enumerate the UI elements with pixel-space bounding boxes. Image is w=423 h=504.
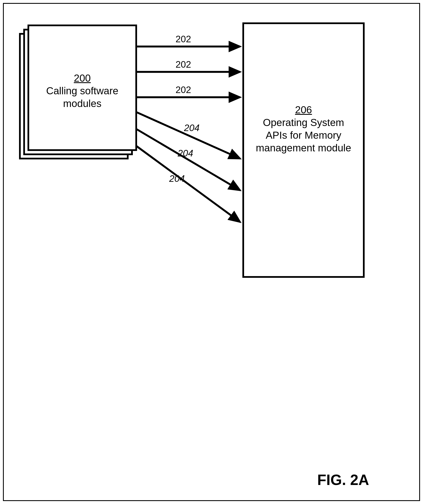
arrow-label-204-3: 204 <box>169 173 185 184</box>
diagram-canvas: 200 Calling software modules 206 Operati… <box>0 0 423 504</box>
right-box-text: 206 Operating System APIs for Memory man… <box>243 104 364 154</box>
arrow-204-2 <box>136 129 240 190</box>
left-box-ref: 200 <box>28 72 136 84</box>
arrow-label-202-3: 202 <box>175 84 191 95</box>
right-box-label-line3: management module <box>243 142 364 154</box>
right-box-label-line2: APIs for Memory <box>243 129 364 142</box>
right-box-label-line1: Operating System <box>243 116 364 129</box>
arrow-label-204-2: 204 <box>178 148 193 159</box>
left-box-label-line1: Calling software <box>28 84 136 97</box>
figure-label: FIG. 2A <box>317 471 369 488</box>
left-box-label-line2: modules <box>28 97 136 110</box>
right-box-ref: 206 <box>243 104 364 116</box>
left-box-text: 200 Calling software modules <box>28 72 136 110</box>
arrow-label-202-2: 202 <box>175 59 191 70</box>
arrow-label-204-1: 204 <box>184 123 199 133</box>
arrow-label-202-1: 202 <box>175 34 191 44</box>
